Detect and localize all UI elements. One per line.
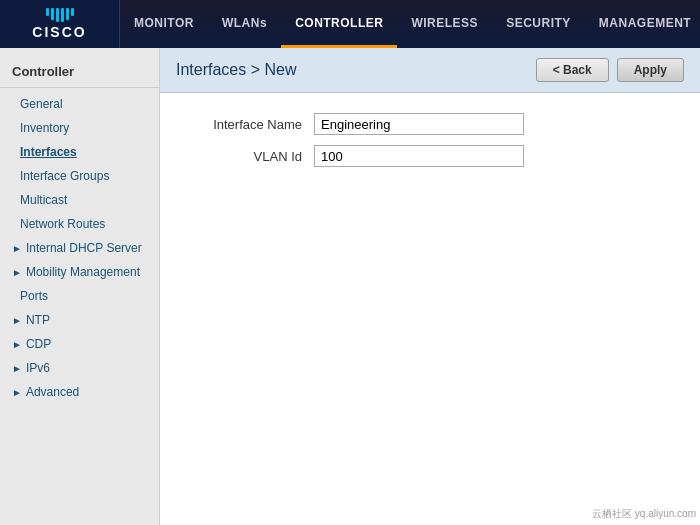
form-area: Interface Name VLAN Id bbox=[160, 93, 700, 197]
bar4 bbox=[61, 8, 64, 22]
sidebar-header: Controller bbox=[0, 56, 159, 88]
sidebar-item-inventory[interactable]: Inventory bbox=[0, 116, 159, 140]
expand-arrow-ntp-icon: ► bbox=[12, 315, 22, 326]
sidebar-item-ipv6[interactable]: ► IPv6 bbox=[0, 356, 159, 380]
sidebar-label-mobility: Mobility Management bbox=[26, 265, 140, 279]
interface-name-input[interactable] bbox=[314, 113, 524, 135]
sidebar-item-interface-groups[interactable]: Interface Groups bbox=[0, 164, 159, 188]
sidebar-label-ntp: NTP bbox=[26, 313, 50, 327]
sidebar-item-ntp[interactable]: ► NTP bbox=[0, 308, 159, 332]
sidebar-item-interfaces[interactable]: Interfaces bbox=[0, 140, 159, 164]
cisco-bars-icon bbox=[46, 8, 74, 22]
sidebar-item-advanced[interactable]: ► Advanced bbox=[0, 380, 159, 404]
sidebar-label-ipv6: IPv6 bbox=[26, 361, 50, 375]
sidebar-label-inventory: Inventory bbox=[20, 121, 69, 135]
main-layout: Controller General Inventory Interfaces … bbox=[0, 48, 700, 525]
nav-management[interactable]: MANAGEMENT bbox=[585, 0, 700, 48]
expand-arrow-advanced-icon: ► bbox=[12, 387, 22, 398]
nav-wlans[interactable]: WLANs bbox=[208, 0, 281, 48]
sidebar-item-multicast[interactable]: Multicast bbox=[0, 188, 159, 212]
sidebar-label-general: General bbox=[20, 97, 63, 111]
sidebar-label-cdp: CDP bbox=[26, 337, 51, 351]
nav-wireless[interactable]: WIRELESS bbox=[397, 0, 492, 48]
sidebar: Controller General Inventory Interfaces … bbox=[0, 48, 160, 525]
nav-monitor[interactable]: MONITOR bbox=[120, 0, 208, 48]
sidebar-item-mobility[interactable]: ► Mobility Management bbox=[0, 260, 159, 284]
expand-arrow-ipv6-icon: ► bbox=[12, 363, 22, 374]
vlan-id-input[interactable] bbox=[314, 145, 524, 167]
cisco-text: CISCO bbox=[32, 24, 86, 40]
sidebar-label-ports: Ports bbox=[20, 289, 48, 303]
bar6 bbox=[71, 8, 74, 16]
logo-area: CISCO bbox=[0, 0, 120, 48]
sidebar-label-internal-dhcp: Internal DHCP Server bbox=[26, 241, 142, 255]
nav-items: MONITOR WLANs CONTROLLER WIRELESS SECURI… bbox=[120, 0, 700, 48]
vlan-id-row: VLAN Id bbox=[184, 145, 676, 167]
vlan-id-label: VLAN Id bbox=[184, 149, 314, 164]
expand-arrow-mobility-icon: ► bbox=[12, 267, 22, 278]
back-button[interactable]: < Back bbox=[536, 58, 609, 82]
nav-security[interactable]: SECURITY bbox=[492, 0, 585, 48]
cisco-logo: CISCO bbox=[32, 8, 86, 40]
content-area: Interfaces > New < Back Apply Interface … bbox=[160, 48, 700, 525]
bar3 bbox=[56, 8, 59, 22]
nav-controller[interactable]: CONTROLLER bbox=[281, 0, 397, 48]
bar2 bbox=[51, 8, 54, 20]
sidebar-label-interface-groups: Interface Groups bbox=[20, 169, 109, 183]
sidebar-item-network-routes[interactable]: Network Routes bbox=[0, 212, 159, 236]
sidebar-label-multicast: Multicast bbox=[20, 193, 67, 207]
sidebar-label-network-routes: Network Routes bbox=[20, 217, 105, 231]
sidebar-item-ports[interactable]: Ports bbox=[0, 284, 159, 308]
sidebar-item-cdp[interactable]: ► CDP bbox=[0, 332, 159, 356]
page-title: Interfaces > New bbox=[176, 61, 297, 79]
bar1 bbox=[46, 8, 49, 16]
expand-arrow-dhcp-icon: ► bbox=[12, 243, 22, 254]
sidebar-label-advanced: Advanced bbox=[26, 385, 79, 399]
bar5 bbox=[66, 8, 69, 20]
sidebar-item-general[interactable]: General bbox=[0, 92, 159, 116]
footer-watermark: 云栖社区 yq.aliyun.com bbox=[592, 507, 696, 521]
header-buttons: < Back Apply bbox=[536, 58, 684, 82]
content-header: Interfaces > New < Back Apply bbox=[160, 48, 700, 93]
expand-arrow-cdp-icon: ► bbox=[12, 339, 22, 350]
sidebar-label-interfaces: Interfaces bbox=[20, 145, 77, 159]
top-navigation: CISCO MONITOR WLANs CONTROLLER WIRELESS … bbox=[0, 0, 700, 48]
interface-name-label: Interface Name bbox=[184, 117, 314, 132]
apply-button[interactable]: Apply bbox=[617, 58, 684, 82]
sidebar-item-internal-dhcp[interactable]: ► Internal DHCP Server bbox=[0, 236, 159, 260]
interface-name-row: Interface Name bbox=[184, 113, 676, 135]
